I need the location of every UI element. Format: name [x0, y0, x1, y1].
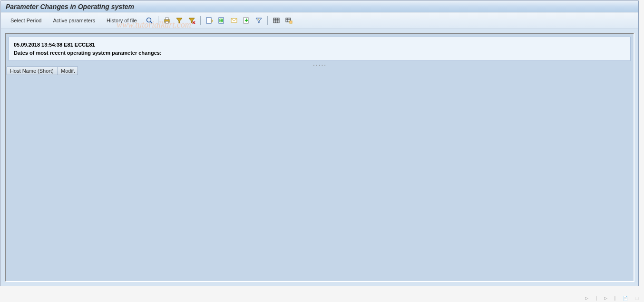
inner-panel: 05.09.2018 13:54:38 E81 ECCE81 Dates of … — [5, 33, 634, 282]
filter-delete-icon[interactable] — [186, 15, 197, 26]
mail-icon[interactable] — [229, 15, 239, 26]
info-line1: 05.09.2018 13:54:38 E81 ECCE81 — [14, 41, 625, 49]
title-bar: Parameter Changes in Operating system — [1, 1, 638, 12]
svg-line-1 — [150, 21, 152, 23]
table-header: Host Name (Short) Modif. — [6, 67, 634, 75]
abc-analysis-icon[interactable]: A — [254, 15, 264, 26]
separator — [200, 16, 201, 25]
separator — [267, 16, 268, 25]
svg-rect-3 — [166, 18, 168, 19]
svg-rect-23 — [290, 21, 292, 23]
info-line2: Dates of most recent operating system pa… — [14, 49, 625, 57]
svg-rect-4 — [166, 21, 168, 23]
print-icon[interactable] — [162, 15, 172, 26]
select-layout-icon[interactable] — [283, 15, 294, 26]
separator — [158, 16, 158, 25]
layout-icon[interactable] — [271, 15, 282, 26]
status-item: ⬚ — [635, 296, 639, 301]
app-window: Parameter Changes in Operating system Se… — [0, 0, 639, 286]
local-file-icon[interactable] — [241, 15, 252, 26]
toolbar-area: Select Period Active parameters History … — [1, 12, 638, 29]
info-box: 05.09.2018 13:54:38 E81 ECCE81 Dates of … — [9, 37, 631, 61]
details-icon[interactable] — [144, 15, 155, 26]
column-modif[interactable]: Modif. — [58, 67, 78, 75]
status-item: ▷ — [585, 296, 588, 301]
export-excel-icon[interactable] — [216, 15, 227, 26]
page-title: Parameter Changes in Operating system — [6, 3, 134, 10]
status-item: ▷ — [604, 296, 607, 301]
column-host-name[interactable]: Host Name (Short) — [7, 67, 58, 75]
select-period-button[interactable]: Select Period — [6, 16, 46, 25]
status-item: 📄 — [623, 296, 628, 301]
status-item: | — [595, 296, 596, 301]
filter-icon[interactable] — [174, 15, 185, 26]
active-parameters-button[interactable]: Active parameters — [48, 16, 100, 25]
toolbar: Select Period Active parameters History … — [1, 14, 638, 27]
status-bar: ▷ | ▷ | 📄 ⬚ — [585, 296, 639, 301]
status-item: | — [615, 296, 615, 301]
export-word-icon[interactable] — [204, 15, 215, 26]
history-of-file-button[interactable]: History of file — [102, 16, 142, 25]
content-area: 05.09.2018 13:54:38 E81 ECCE81 Dates of … — [1, 29, 638, 286]
svg-rect-15 — [273, 18, 279, 23]
svg-rect-7 — [206, 18, 211, 23]
